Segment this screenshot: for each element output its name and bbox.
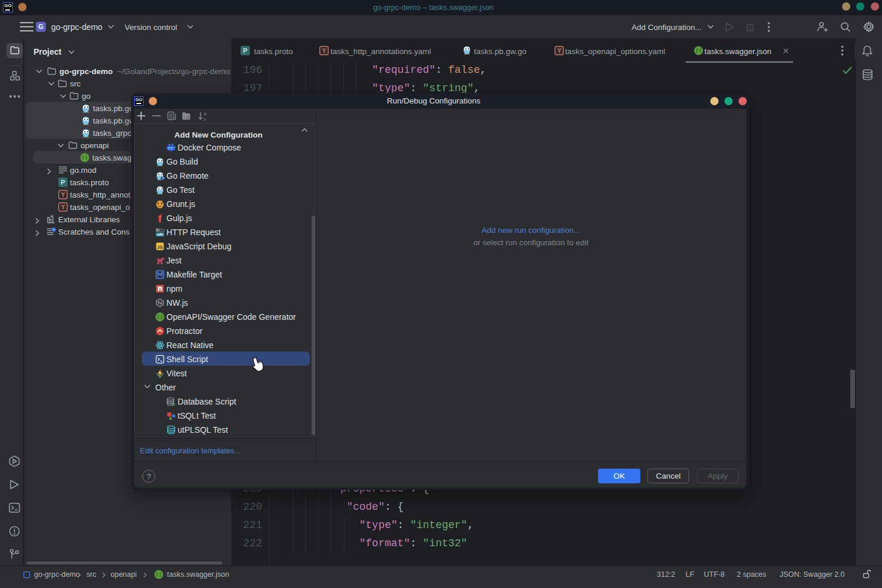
svg-text:a: a xyxy=(204,111,207,116)
svg-text:z: z xyxy=(204,116,206,121)
